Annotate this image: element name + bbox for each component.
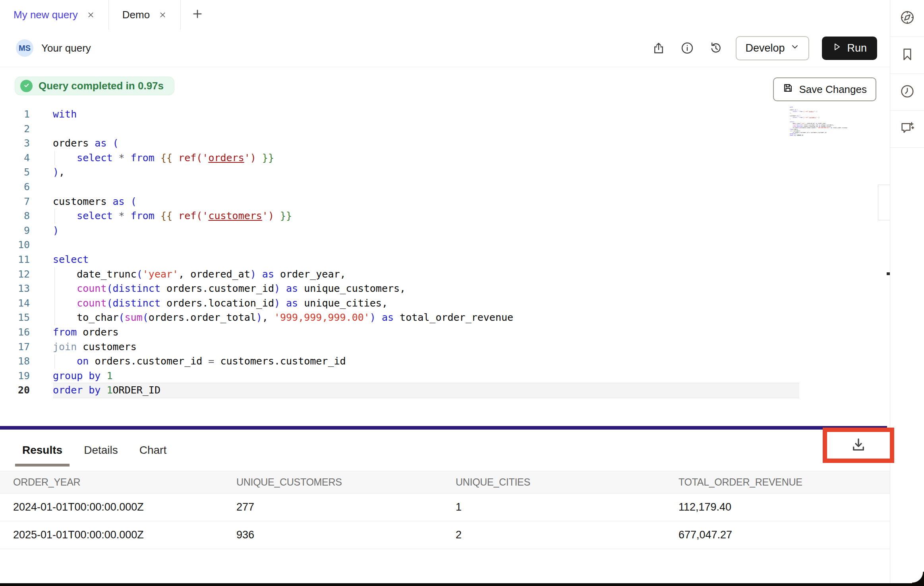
line-content: customers as ( <box>53 195 799 209</box>
code-line-15[interactable]: 15 to_char(sum(orders.order_total), '999… <box>0 310 799 325</box>
code-line-1[interactable]: 1with <box>0 107 799 122</box>
sidebar-item-compass[interactable] <box>890 0 924 37</box>
code-line-8[interactable]: 8 select * from {{ ref('customers') }} <box>0 209 799 224</box>
code-line-9[interactable]: 9) <box>0 224 799 238</box>
close-icon[interactable] <box>159 11 167 19</box>
results-tab-chart[interactable]: Chart <box>139 444 167 457</box>
develop-button[interactable]: Develop <box>736 36 809 60</box>
query-status-badge: Query completed in 0.97s <box>15 77 174 95</box>
compass-icon <box>899 10 915 27</box>
line-number: 11 <box>0 253 30 267</box>
close-icon[interactable] <box>87 11 95 19</box>
window-bottom-edge <box>0 583 924 586</box>
line-number: 2 <box>0 122 30 137</box>
line-number: 5 <box>0 165 30 180</box>
line-content: to_char(sum(orders.order_total), '999,99… <box>53 310 799 325</box>
line-number: 19 <box>0 369 30 384</box>
line-number: 9 <box>0 224 30 238</box>
line-number: 14 <box>0 296 30 311</box>
line-number: 4 <box>0 151 30 166</box>
sidebar-item-chat-sparkle[interactable] <box>890 111 924 148</box>
code-line-13[interactable]: 13 count(distinct orders.customer_id) as… <box>0 281 799 296</box>
code-line-14[interactable]: 14 count(distinct orders.location_id) as… <box>0 296 799 311</box>
table-cell: 277 <box>236 501 456 513</box>
download-button[interactable] <box>850 436 867 454</box>
info-icon[interactable] <box>680 41 694 55</box>
code-line-19[interactable]: 19group by 1 <box>0 369 799 384</box>
header-action-icons <box>651 41 723 55</box>
tab-bar: My new queryDemo <box>0 0 890 30</box>
check-icon <box>20 80 33 92</box>
run-button[interactable]: Run <box>822 37 877 60</box>
line-content <box>53 122 799 137</box>
line-content: ) <box>53 224 799 238</box>
table-cell: 1 <box>456 501 679 513</box>
code-line-17[interactable]: 17join customers <box>0 340 799 355</box>
tab-label: My new query <box>14 9 78 21</box>
table-row[interactable]: 2025-01-01T00:00:00.000Z9362677,047.27 <box>0 521 890 549</box>
app-window: My new queryDemo MS Your query Develop R… <box>0 0 924 586</box>
save-changes-button[interactable]: Save Changes <box>773 77 876 101</box>
table-cell: 2 <box>456 529 679 541</box>
code-lines: 1with23orders as (4 select * from {{ ref… <box>0 107 799 398</box>
panel-resize-handle[interactable] <box>0 426 887 430</box>
line-content: date_trunc('year', ordered_at) as order_… <box>53 267 799 282</box>
column-header: UNIQUE_CITIES <box>456 476 679 488</box>
code-line-18[interactable]: 18 on orders.customer_id = customers.cus… <box>0 354 799 369</box>
results-tab-results[interactable]: Results <box>21 444 63 457</box>
tab-demo[interactable]: Demo <box>109 0 181 29</box>
line-content: with <box>53 107 799 122</box>
sidebar-item-bookmark[interactable] <box>890 37 924 74</box>
line-content: select * from {{ ref('customers') }} <box>53 209 799 224</box>
line-number: 17 <box>0 340 30 355</box>
code-line-3[interactable]: 3orders as ( <box>0 136 799 151</box>
line-content: group by 1 <box>53 369 799 384</box>
bookmark-icon <box>899 46 915 64</box>
history-icon[interactable] <box>709 41 723 55</box>
code-line-10[interactable]: 10 <box>0 238 799 253</box>
line-number: 8 <box>0 209 30 224</box>
avatar: MS <box>16 39 33 57</box>
code-line-12[interactable]: 12 date_trunc('year', ordered_at) as ord… <box>0 267 799 282</box>
line-content: orders as ( <box>53 136 799 151</box>
download-icon <box>850 436 867 454</box>
line-content: join customers <box>53 340 799 355</box>
results-tabs: ResultsDetailsChart <box>21 430 167 471</box>
table-row[interactable]: 2024-01-01T00:00:00.000Z2771112,179.40 <box>0 493 890 521</box>
save-changes-label: Save Changes <box>799 83 867 96</box>
header-actions: Develop Run <box>651 36 877 60</box>
editor-minimap[interactable]: with orders as ( select * from {{ ref('o… <box>790 106 869 154</box>
code-line-7[interactable]: 7customers as ( <box>0 195 799 209</box>
line-content: count(distinct orders.customer_id) as un… <box>53 281 799 296</box>
sidebar-item-clock[interactable] <box>890 74 924 111</box>
play-icon <box>832 42 842 54</box>
code-line-6[interactable]: 6 <box>0 180 799 195</box>
editor-scrollbar-thumb[interactable] <box>878 185 891 220</box>
column-header: UNIQUE_CUSTOMERS <box>236 476 456 488</box>
line-content <box>53 238 799 253</box>
line-content: select <box>53 253 799 267</box>
line-content: count(distinct orders.location_id) as un… <box>53 296 799 311</box>
chat-sparkle-icon <box>899 120 915 138</box>
share-icon[interactable] <box>651 41 666 55</box>
line-content: select * from {{ ref('orders') }} <box>53 151 799 166</box>
plus-icon <box>191 8 204 22</box>
table-cell: 2024-01-01T00:00:00.000Z <box>13 501 236 513</box>
code-line-2[interactable]: 2 <box>0 122 799 137</box>
line-number: 16 <box>0 325 30 340</box>
results-panel: ResultsDetailsChart ORDER_YEARUNIQUE_CUS… <box>0 426 890 583</box>
results-tab-details[interactable]: Details <box>83 444 119 457</box>
line-number: 18 <box>0 354 30 369</box>
line-content: on orders.customer_id = customers.custom… <box>53 354 799 369</box>
code-line-11[interactable]: 11select <box>0 253 799 267</box>
tab-label: Demo <box>122 9 150 21</box>
code-line-16[interactable]: 16from orders <box>0 325 799 340</box>
line-number: 6 <box>0 180 30 195</box>
code-line-4[interactable]: 4 select * from {{ ref('orders') }} <box>0 151 799 166</box>
tab-my-new-query[interactable]: My new query <box>0 0 109 29</box>
code-line-20[interactable]: 20order by 1ORDER_ID <box>0 383 799 398</box>
code-line-5[interactable]: 5), <box>0 165 799 180</box>
clock-icon <box>899 83 915 101</box>
line-content: ), <box>53 165 799 180</box>
new-tab-button[interactable] <box>181 0 214 29</box>
